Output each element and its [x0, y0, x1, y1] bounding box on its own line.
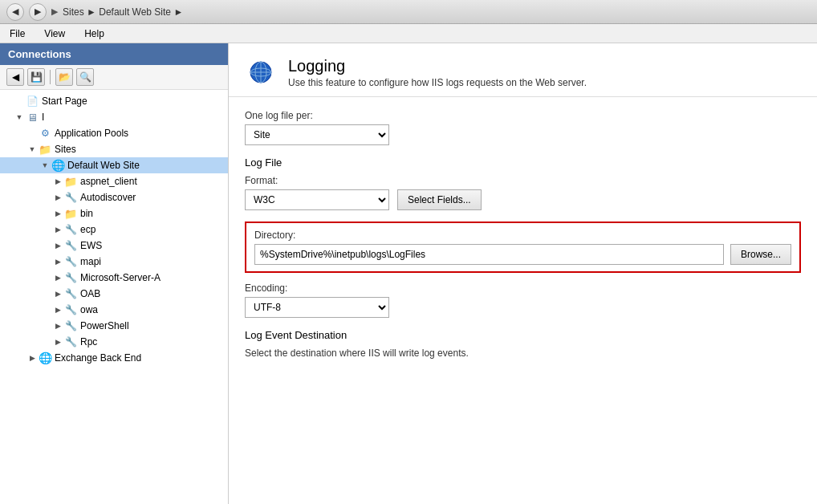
- log-file-section: Log File Format: W3C IIS NCSA Custom Sel…: [245, 156, 801, 318]
- tree-item-mapi[interactable]: ▶ 🔧 mapi: [0, 254, 228, 270]
- back-icon: ◀: [12, 71, 19, 83]
- log-file-section-label: Log File: [245, 156, 801, 169]
- expander-ecp: ▶: [51, 223, 64, 236]
- connections-header: Connections: [0, 43, 228, 65]
- expander-default-web-site: ▼: [39, 159, 51, 172]
- nav-back-button[interactable]: ◀: [6, 3, 24, 21]
- ecp-icon: 🔧: [64, 223, 77, 236]
- sidebar-toolbar: ◀ 💾 📂 🔍: [0, 65, 228, 90]
- tree-item-sites[interactable]: ▼ 📁 Sites: [0, 141, 228, 157]
- tree-item-powershell[interactable]: ▶ 🔧 PowerShell: [0, 318, 228, 334]
- tree-item-ecp[interactable]: ▶ 🔧 ecp: [0, 222, 228, 238]
- powershell-label: PowerShell: [80, 320, 129, 331]
- autodiscover-icon: 🔧: [64, 191, 77, 204]
- main-layout: Connections ◀ 💾 📂 🔍 📄 Start Page: [0, 43, 817, 504]
- toolbar-folder-btn[interactable]: 📂: [55, 68, 73, 86]
- expander-ms-server: ▶: [51, 271, 64, 284]
- save-icon: 💾: [30, 71, 43, 83]
- expander-rpc: ▶: [51, 335, 64, 348]
- one-log-row: One log file per: Site Server Applicatio…: [245, 110, 801, 145]
- menu-view[interactable]: View: [41, 26, 68, 41]
- tree-item-bin[interactable]: ▶ 📁 bin: [0, 205, 228, 222]
- encoding-row: Encoding: UTF-8 ANSI: [245, 282, 801, 318]
- aspnet-client-icon: 📁: [64, 175, 77, 188]
- oab-label: OAB: [80, 288, 100, 299]
- ms-server-label: Microsoft-Server-A: [80, 272, 161, 283]
- owa-label: owa: [80, 304, 98, 315]
- expander-bin: ▶: [51, 207, 64, 220]
- folder-icon: 📂: [59, 71, 71, 83]
- connections-tree: 📄 Start Page ▼ 🖥 I ⚙ Application Pools ▼…: [0, 90, 228, 369]
- title-bar: ◀ ▶ ▶ Sites ► Default Web Site ►: [0, 0, 817, 24]
- toolbar-search-btn[interactable]: 🔍: [76, 68, 94, 86]
- format-select[interactable]: W3C IIS NCSA Custom: [245, 189, 389, 210]
- tree-item-autodiscover[interactable]: ▶ 🔧 Autodiscover: [0, 189, 228, 205]
- ews-label: EWS: [80, 240, 102, 251]
- browse-button[interactable]: Browse...: [730, 244, 791, 265]
- expander-exchange: ▶: [26, 352, 39, 364]
- expander-mapi: ▶: [51, 255, 64, 268]
- navigation-bar: ◀ ▶ ▶ Sites ► Default Web Site ►: [6, 3, 183, 21]
- powershell-icon: 🔧: [64, 319, 77, 332]
- ecp-label: ecp: [80, 224, 96, 235]
- format-controls: W3C IIS NCSA Custom Select Fields...: [245, 189, 801, 210]
- server-icon: 🖥: [26, 111, 39, 124]
- tree-item-server[interactable]: ▼ 🖥 I: [0, 109, 228, 125]
- breadcrumb-separator: ▶: [51, 6, 58, 17]
- one-log-select[interactable]: Site Server Application: [245, 124, 389, 145]
- tree-item-default-web-site[interactable]: ▼ 🌐 Default Web Site: [0, 157, 228, 173]
- tree-item-owa[interactable]: ▶ 🔧 owa: [0, 302, 228, 318]
- bin-icon: 📁: [64, 207, 77, 220]
- content-header-text: Logging Use this feature to configure ho…: [288, 57, 587, 88]
- ms-server-icon: 🔧: [64, 271, 77, 284]
- tree-item-app-pools[interactable]: ⚙ Application Pools: [0, 125, 228, 141]
- expander-start-page: [13, 95, 26, 108]
- format-label: Format:: [245, 175, 801, 186]
- autodiscover-label: Autodiscover: [80, 192, 136, 203]
- expander-oab: ▶: [51, 287, 64, 300]
- content-header: Logging Use this feature to configure ho…: [229, 43, 817, 97]
- directory-section: Directory: Browse...: [245, 222, 801, 273]
- menu-file[interactable]: File: [6, 26, 28, 41]
- default-web-site-icon: 🌐: [51, 159, 64, 172]
- tree-item-oab[interactable]: ▶ 🔧 OAB: [0, 286, 228, 302]
- directory-input[interactable]: [254, 244, 724, 265]
- tree-item-ms-server[interactable]: ▶ 🔧 Microsoft-Server-A: [0, 270, 228, 286]
- logging-icon: [245, 56, 277, 88]
- tree-item-ews[interactable]: ▶ 🔧 EWS: [0, 238, 228, 254]
- owa-icon: 🔧: [64, 303, 77, 316]
- server-label: I: [42, 112, 44, 123]
- page-description: Use this feature to configure how IIS lo…: [288, 77, 587, 88]
- tree-item-aspnet-client[interactable]: ▶ 📁 aspnet_client: [0, 173, 228, 189]
- expander-ews: ▶: [51, 239, 64, 252]
- menu-help[interactable]: Help: [81, 26, 108, 41]
- rpc-label: Rpc: [80, 336, 97, 348]
- sidebar: Connections ◀ 💾 📂 🔍 📄 Start Page: [0, 43, 229, 504]
- format-row: Format: W3C IIS NCSA Custom Select Field…: [245, 175, 801, 210]
- content-area: Logging Use this feature to configure ho…: [229, 43, 817, 504]
- toolbar-back-btn[interactable]: ◀: [6, 68, 24, 86]
- breadcrumb-sites: Sites ► Default Web Site ►: [63, 6, 183, 18]
- toolbar-separator: [50, 70, 51, 84]
- encoding-select[interactable]: UTF-8 ANSI: [245, 297, 389, 318]
- aspnet-client-label: aspnet_client: [80, 176, 137, 187]
- ews-icon: 🔧: [64, 239, 77, 252]
- tree-item-start-page[interactable]: 📄 Start Page: [0, 93, 228, 109]
- expander-owa: ▶: [51, 303, 64, 316]
- rpc-icon: 🔧: [64, 335, 77, 348]
- search-icon: 🔍: [79, 71, 91, 83]
- content-body: One log file per: Site Server Applicatio…: [229, 97, 817, 372]
- encoding-label: Encoding:: [245, 282, 801, 294]
- tree-item-exchange-back-end[interactable]: ▶ 🌐 Exchange Back End: [0, 350, 228, 366]
- select-fields-button[interactable]: Select Fields...: [397, 189, 482, 210]
- menu-bar: File View Help: [0, 24, 817, 43]
- exchange-label: Exchange Back End: [55, 352, 141, 364]
- tree-item-rpc[interactable]: ▶ 🔧 Rpc: [0, 334, 228, 350]
- mapi-icon: 🔧: [64, 255, 77, 268]
- expander-server: ▼: [13, 111, 26, 124]
- toolbar-save-btn[interactable]: 💾: [27, 68, 45, 86]
- expander-sites: ▼: [26, 143, 39, 156]
- expander-app-pools: [26, 127, 39, 140]
- nav-forward-button[interactable]: ▶: [29, 3, 47, 21]
- directory-row: Browse...: [254, 244, 791, 265]
